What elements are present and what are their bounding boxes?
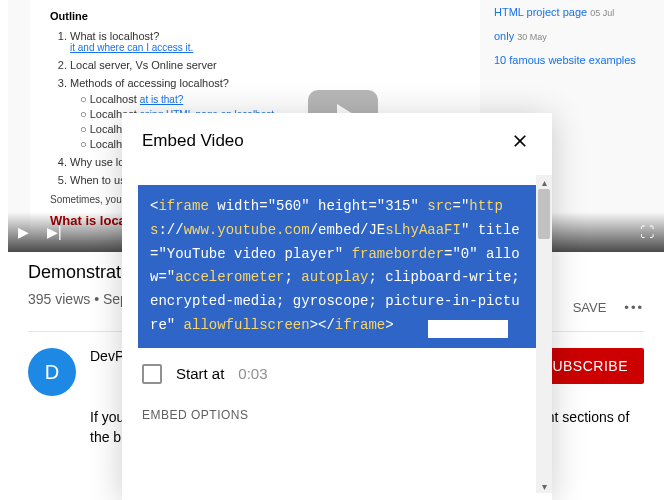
channel-avatar[interactable]: D	[28, 348, 76, 396]
video-actions: SAVE •••	[573, 300, 644, 315]
play-button-icon[interactable]: ▶	[18, 224, 29, 240]
modal-scrollbar-thumb[interactable]	[538, 189, 550, 239]
list-item: Local server, Vs Online server	[70, 59, 460, 71]
start-at-checkbox[interactable]	[142, 364, 162, 384]
recommended-sidebar: HTML project page 05 Jul only 30 May 10 …	[494, 0, 654, 72]
close-icon	[510, 131, 530, 151]
embed-video-modal: Embed Video ▴ ▾ <iframe width="560" heig…	[122, 113, 552, 500]
recommended-card[interactable]: 10 famous website examples	[494, 48, 654, 72]
fullscreen-icon[interactable]: ⛶	[640, 224, 654, 240]
slide-sublink: it and where can I access it.	[70, 42, 460, 53]
start-at-label: Start at	[176, 365, 224, 382]
modal-header: Embed Video	[122, 113, 552, 165]
next-button-icon[interactable]: ▶|	[47, 224, 62, 240]
close-button[interactable]	[508, 129, 532, 153]
scroll-up-arrow-icon[interactable]: ▴	[539, 177, 549, 187]
start-at-time-input[interactable]: 0:03	[238, 365, 267, 382]
list-item: Localhost at is that?	[80, 93, 460, 105]
start-at-row: Start at 0:03	[122, 348, 552, 392]
scroll-down-arrow-icon[interactable]: ▾	[539, 481, 549, 491]
more-actions-icon[interactable]: •••	[624, 300, 644, 315]
text-cursor	[428, 320, 508, 338]
modal-title: Embed Video	[142, 131, 244, 151]
embed-options-heading: EMBED OPTIONS	[122, 392, 552, 422]
recommended-card[interactable]: only 30 May	[494, 24, 654, 48]
recommended-card[interactable]: HTML project page 05 Jul	[494, 0, 654, 24]
save-button[interactable]: SAVE	[573, 300, 607, 315]
embed-code-textarea[interactable]: <iframe width="560" height="315" src="ht…	[138, 185, 536, 348]
list-item: What is localhost? it and where can I ac…	[70, 30, 460, 53]
slide-outline-heading: Outline	[50, 10, 460, 22]
modal-scrollbar-track[interactable]: ▴ ▾	[536, 175, 552, 493]
